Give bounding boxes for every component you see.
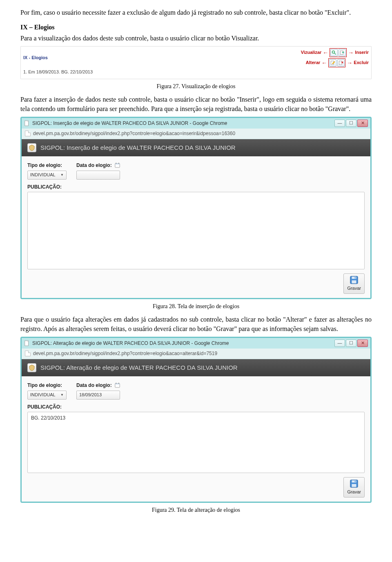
fig27-alterar-excluir-box xyxy=(328,58,345,67)
excluir-icon[interactable] xyxy=(337,59,345,67)
svg-rect-22 xyxy=(118,383,119,384)
maximize-button[interactable]: ☐ xyxy=(346,340,356,347)
svg-rect-21 xyxy=(116,383,116,384)
visualizar-icon[interactable] xyxy=(330,49,338,56)
data-label-text: Data do elogio: xyxy=(76,382,112,388)
svg-rect-25 xyxy=(352,484,356,487)
fig27-alterar-label: Alterar xyxy=(306,60,320,66)
right-arrow-icon: → xyxy=(347,61,352,65)
svg-rect-26 xyxy=(355,481,356,482)
crest-icon xyxy=(27,143,36,152)
fig28-insercao-popup: SIGPOL: Inserção de elegio de WALTER PAC… xyxy=(20,117,372,299)
data-input[interactable]: 18/09/2013 xyxy=(76,391,120,400)
address-bar: devel.pm.pa.gov.br/odiney/sigpol/index2.… xyxy=(22,129,370,139)
close-button[interactable]: ✕ xyxy=(357,340,368,347)
left-arrow-icon: ← xyxy=(321,61,327,65)
data-label: Data do elogio: xyxy=(76,382,120,389)
form-area: Tipo de elogio: INDIVIDUAL ▼ Data do elo… xyxy=(22,376,370,502)
gravar-label: Gravar xyxy=(347,285,361,291)
data-label: Data do elogio: xyxy=(76,162,120,169)
gravar-label: Gravar xyxy=(347,489,361,495)
app-header: SIGPOL: Alteração de elegio de WALTER PA… xyxy=(22,359,370,376)
paragraph-inserir: Para fazer a inserção de dados neste sub… xyxy=(20,95,372,113)
svg-rect-12 xyxy=(116,163,116,164)
tipo-select[interactable]: INDIVIDUAL ▼ xyxy=(27,171,67,180)
app-title: SIGPOL: Inserção de elegio de WALTER PAC… xyxy=(40,143,236,152)
fig29-alteracao-popup: SIGPOL: Alteração de elegio de WALTER PA… xyxy=(20,337,372,503)
window-title: SIGPOL: Inserção de elegio de WALTER PAC… xyxy=(32,120,227,127)
publicacao-label: PUBLICAÇÃO: xyxy=(27,184,365,191)
minimize-button[interactable]: — xyxy=(334,340,345,347)
inserir-icon[interactable] xyxy=(339,49,346,56)
address-bar: devel.pm.pa.gov.br/odiney/sigpol/index2.… xyxy=(22,349,370,359)
save-disk-icon xyxy=(350,275,359,284)
caption-fig29: Figura 29. Tela de alteração de elogios xyxy=(20,506,372,514)
tipo-label: Tipo de elogio: xyxy=(27,162,67,169)
calendar-icon[interactable] xyxy=(115,382,120,388)
page-icon xyxy=(24,340,30,346)
chevron-down-icon: ▼ xyxy=(60,393,64,397)
tipo-label: Tipo de elogio: xyxy=(27,382,67,389)
chevron-down-icon: ▼ xyxy=(60,173,64,177)
caption-fig27: Figura 27. Visualização de elogios xyxy=(20,82,372,91)
publicacao-textarea[interactable]: BG. 22/10/2013 xyxy=(27,412,365,473)
window-titlebar: SIGPOL: Alteração de elegio de WALTER PA… xyxy=(22,338,370,349)
fig27-vizualizar-label: Vizualizar xyxy=(301,49,322,56)
publicacao-label: PUBLICAÇÃO: xyxy=(27,404,365,411)
url-text: devel.pm.pa.gov.br/odiney/sigpol/index2.… xyxy=(33,130,235,137)
calendar-icon[interactable] xyxy=(115,162,120,168)
heading-elogios: IX – Elogios xyxy=(20,23,372,32)
fig27-elogios-panel: IX - Elogios Vizualizar ← → Inserir Alte… xyxy=(20,46,372,79)
window-titlebar: SIGPOL: Inserção de elegio de WALTER PAC… xyxy=(22,118,370,129)
svg-rect-16 xyxy=(352,280,356,283)
form-area: Tipo de elogio: INDIVIDUAL ▼ Data do elo… xyxy=(22,156,370,298)
paragraph-visualizar: Para a visualização dos dados deste sub … xyxy=(20,34,372,43)
fig27-excluir-label: Excluir xyxy=(354,60,369,66)
data-value: 18/09/2013 xyxy=(79,392,102,398)
save-disk-icon xyxy=(350,479,359,488)
fig27-list-item: 1. Em 18/09/2013. BG. 22/10/2013 xyxy=(23,69,369,75)
svg-rect-15 xyxy=(352,277,356,279)
paragraph-alterar: Para que o usuário faça alterações em da… xyxy=(20,315,372,333)
crest-icon xyxy=(27,363,36,372)
svg-rect-24 xyxy=(352,480,356,483)
caption-fig28: Figura 28. Tela de inserção de elogios xyxy=(20,302,372,311)
fig27-inserir-label: Inserir xyxy=(355,49,369,56)
tipo-select[interactable]: INDIVIDUAL ▼ xyxy=(27,391,67,400)
svg-rect-13 xyxy=(118,163,119,164)
paragraph-excluir: Por fim, caso o usuário necessite fazer … xyxy=(20,8,372,17)
fig27-section-title: IX - Elogios xyxy=(23,55,48,61)
maximize-button[interactable]: ☐ xyxy=(346,120,356,127)
app-title: SIGPOL: Alteração de elegio de WALTER PA… xyxy=(40,363,238,372)
data-label-text: Data do elogio: xyxy=(76,162,112,168)
app-header: SIGPOL: Inserção de elegio de WALTER PAC… xyxy=(22,139,370,156)
svg-rect-17 xyxy=(355,277,356,279)
file-icon xyxy=(25,131,31,136)
svg-point-0 xyxy=(332,51,335,53)
page-icon xyxy=(24,120,30,126)
url-text: devel.pm.pa.gov.br/odiney/sigpol/index2.… xyxy=(33,350,217,357)
alterar-icon[interactable] xyxy=(329,59,336,67)
publicacao-textarea[interactable] xyxy=(27,192,365,269)
right-arrow-icon: → xyxy=(348,51,354,55)
gravar-button[interactable]: Gravar xyxy=(343,477,365,497)
minimize-button[interactable]: — xyxy=(334,120,345,127)
left-arrow-icon: ← xyxy=(323,51,328,55)
fig27-vizualizar-inserir-box xyxy=(330,48,347,57)
svg-line-1 xyxy=(334,53,336,55)
file-icon xyxy=(25,351,31,356)
window-title: SIGPOL: Alteração de elegio de WALTER PA… xyxy=(32,340,229,347)
tipo-value: INDIVIDUAL xyxy=(30,392,56,398)
tipo-value: INDIVIDUAL xyxy=(30,172,56,178)
gravar-button[interactable]: Gravar xyxy=(343,273,365,293)
close-button[interactable]: ✕ xyxy=(357,120,368,127)
data-input[interactable] xyxy=(76,171,120,180)
